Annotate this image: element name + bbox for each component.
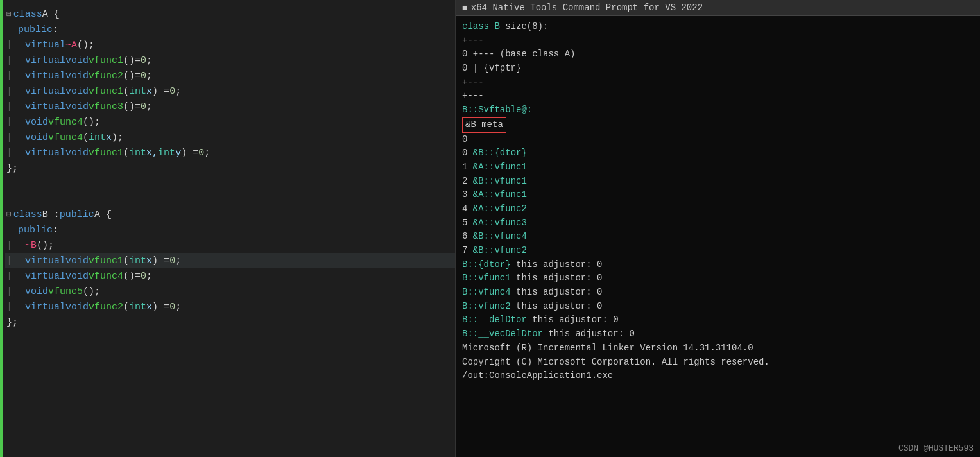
tree-indent: | — [6, 240, 24, 251]
code-token: int — [129, 255, 146, 266]
code-token: virtual — [25, 148, 65, 159]
code-token: 0 — [141, 101, 146, 112]
code-token: ( — [83, 132, 89, 143]
code-token: ; — [175, 255, 181, 266]
code-token: ); — [112, 132, 123, 143]
code-token: public — [18, 225, 53, 236]
code-token: x — [106, 132, 112, 143]
code-token: class — [13, 209, 42, 220]
code-token: A { — [42, 9, 60, 20]
code-token: 0 — [198, 148, 204, 159]
terminal-line: Copyright (C) Microsoft Corporation. All… — [462, 356, 974, 370]
code-token: 0 — [169, 302, 175, 313]
code-token: x — [146, 255, 152, 266]
code-line: | virtual void vfunc1(int x) = 0; — [5, 83, 455, 99]
code-token: x — [146, 86, 152, 97]
code-token: void — [25, 286, 48, 297]
terminal-line: 0 +--- (base class A) — [462, 47, 974, 62]
terminal-line: class B size(8): — [462, 20, 974, 34]
code-token: virtual — [25, 271, 65, 282]
terminal-line: Microsoft (R) Incremental Linker Version… — [462, 341, 974, 356]
terminal-line: 4 &A::vfunc2 — [462, 202, 974, 216]
code-token: 0 — [141, 71, 146, 82]
code-line — [5, 191, 455, 207]
terminal-title: x64 Native Tools Command Prompt for VS 2… — [471, 3, 703, 13]
code-line: }; — [5, 160, 455, 176]
code-token: virtual — [25, 101, 65, 112]
code-token: public — [18, 24, 53, 35]
code-token: void — [65, 101, 89, 112]
code-token: x, — [146, 148, 158, 159]
code-token: (); — [83, 117, 100, 128]
code-token: virtual — [25, 255, 65, 266]
code-token: ( — [123, 148, 129, 159]
terminal-line: 0 — [462, 133, 974, 147]
code-token: void — [25, 132, 48, 143]
code-token: }; — [6, 317, 18, 328]
terminal-line: +--- — [462, 76, 974, 90]
code-token: ; — [146, 101, 152, 112]
fold-icon[interactable]: ⊟ — [6, 9, 12, 19]
code-token: vfunc4 — [48, 132, 83, 143]
code-token: void — [65, 55, 89, 66]
code-token: int — [89, 132, 106, 143]
code-token: y — [175, 148, 181, 159]
code-token: ; — [146, 55, 152, 66]
code-token: ) = — [152, 255, 169, 266]
tree-indent: | — [6, 255, 24, 266]
code-token: void — [65, 86, 89, 97]
code-token: int — [129, 86, 146, 97]
code-token: = — [135, 55, 141, 66]
code-line: | void vfunc5(); — [5, 284, 455, 299]
code-token: ; — [175, 302, 181, 313]
code-line: | virtual ~A(); — [5, 37, 455, 53]
code-line: }; — [5, 315, 455, 330]
terminal-line: B::vfunc4 this adjustor: 0 — [462, 286, 974, 300]
terminal-line: 6 &B::vfunc4 — [462, 230, 974, 244]
code-token: () — [123, 101, 135, 112]
code-token: (); — [83, 286, 100, 297]
code-token: () — [123, 71, 135, 82]
terminal-line: 1 &A::vfunc1 — [462, 160, 974, 175]
code-token: int — [129, 148, 146, 159]
code-token: 0 — [169, 86, 175, 97]
code-token: 0 — [141, 271, 146, 282]
highlighted-symbol: &B_meta — [462, 117, 506, 133]
tree-indent: | — [6, 40, 24, 51]
code-token: virtual — [25, 40, 65, 51]
fold-icon[interactable]: ⊟ — [6, 209, 12, 220]
code-token: A { — [94, 209, 112, 220]
code-token: ; — [89, 40, 94, 51]
code-token: : — [53, 225, 58, 236]
code-token: virtual — [25, 55, 65, 66]
tree-indent: | — [6, 271, 24, 282]
code-token: vfunc1 — [89, 55, 123, 66]
terminal-line: B::vfunc2 this adjustor: 0 — [462, 300, 974, 314]
terminal-line: 0 &B::{dtor} — [462, 146, 974, 160]
code-token: vfunc2 — [89, 302, 123, 313]
code-line: | void vfunc4(); — [5, 114, 455, 130]
code-token: ; — [146, 271, 152, 282]
code-token: ~ — [65, 40, 71, 51]
terminal-content: class B size(8): +--- 0 +--- (base class… — [456, 16, 980, 387]
terminal-line: 3 &A::vfunc1 — [462, 188, 974, 202]
code-line: ⊟class A { — [5, 6, 455, 22]
code-line: | virtual void vfunc1(int x) = 0; — [5, 253, 455, 268]
code-token: () — [77, 40, 89, 51]
code-line: ⊟class B : public A { — [5, 207, 455, 222]
terminal-line: 5 &A::vfunc3 — [462, 216, 974, 230]
terminal-line: B::__vecDelDtor this adjustor: 0 — [462, 327, 974, 341]
tree-indent: | — [6, 117, 24, 128]
code-token: public — [60, 209, 94, 220]
terminal-line: B::vfunc1 this adjustor: 0 — [462, 272, 974, 286]
code-token: int — [158, 148, 175, 159]
code-token: : — [53, 24, 58, 35]
code-token: (); — [37, 240, 54, 251]
code-token: }; — [6, 163, 18, 174]
code-token: void — [65, 302, 89, 313]
code-token: vfunc2 — [89, 71, 123, 82]
code-token: ( — [123, 86, 129, 97]
code-token: void — [65, 255, 89, 266]
code-token: vfunc1 — [89, 86, 123, 97]
code-line: public: — [5, 222, 455, 237]
